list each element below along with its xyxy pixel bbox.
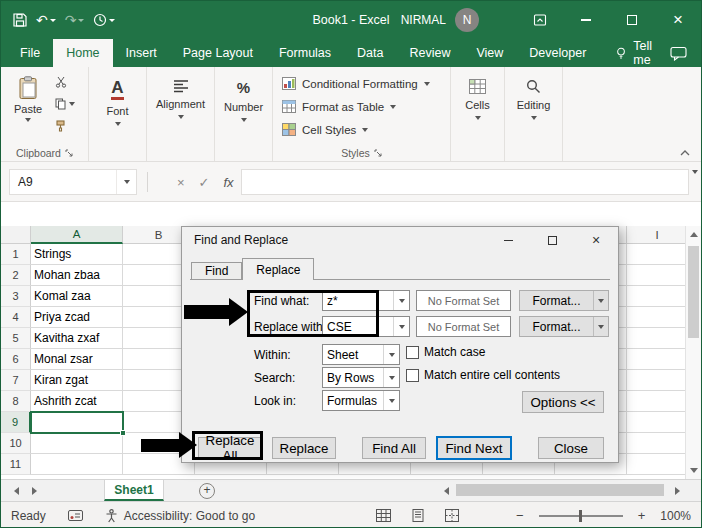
font-button[interactable]: A Font [89, 67, 146, 161]
hscroll-right-button[interactable] [669, 480, 685, 502]
match-entire-checkbox[interactable]: Match entire cell contents [406, 368, 560, 382]
column-header-a[interactable]: A [31, 226, 123, 244]
page-break-view-icon[interactable] [445, 509, 459, 522]
combo-dropdown-button[interactable] [383, 391, 399, 410]
tab-view[interactable]: View [463, 39, 516, 67]
sheet-nav-next-button[interactable] [25, 480, 43, 502]
tab-home[interactable]: Home [53, 39, 112, 67]
column-header-i[interactable]: I [627, 226, 687, 244]
copy-button[interactable] [55, 97, 75, 111]
cell-a6[interactable]: Monal zsar [31, 349, 123, 370]
cell-a8[interactable]: Ashrith zcat [31, 391, 123, 412]
undo-button[interactable]: ↶ [36, 13, 56, 27]
zoom-slider-thumb[interactable] [579, 510, 582, 522]
cell-a1[interactable]: Strings [31, 244, 123, 265]
collapse-ribbon-button[interactable] [679, 149, 691, 157]
tab-file[interactable]: File [7, 39, 53, 67]
history-button[interactable] [93, 13, 115, 27]
tab-review[interactable]: Review [396, 39, 463, 67]
normal-view-icon[interactable] [376, 509, 391, 522]
tab-page-layout[interactable]: Page Layout [170, 39, 266, 67]
name-box[interactable]: A9 [9, 169, 137, 195]
replace-button[interactable]: Replace [272, 437, 336, 459]
close-dialog-button[interactable]: Close [538, 437, 604, 459]
format-dropdown-button[interactable] [593, 317, 608, 336]
dialog-minimize-button[interactable] [486, 227, 530, 253]
cancel-entry-button[interactable]: × [177, 175, 185, 190]
find-all-button[interactable]: Find All [362, 437, 426, 459]
hscroll-left-button[interactable] [438, 480, 454, 502]
row-header[interactable]: 1 [1, 244, 31, 265]
scroll-up-button[interactable] [686, 226, 701, 243]
replace-format-button[interactable]: Format... [519, 316, 609, 337]
cell-a4[interactable]: Priya zcad [31, 307, 123, 328]
combo-dropdown-button[interactable] [383, 345, 399, 364]
cut-button[interactable] [55, 75, 67, 89]
zoom-out-button[interactable]: − [516, 508, 524, 523]
formula-bar-expand-button[interactable] [692, 174, 698, 192]
editing-button[interactable]: Editing [505, 67, 562, 161]
search-dropdown[interactable]: By Rows [322, 367, 400, 388]
horizontal-scroll-thumb[interactable] [456, 484, 664, 496]
name-box-dropdown[interactable] [116, 170, 136, 194]
tab-formulas[interactable]: Formulas [266, 39, 344, 67]
tab-find[interactable]: Find [191, 262, 242, 280]
vertical-scrollbar[interactable] [685, 226, 701, 479]
alignment-button[interactable]: Alignment [147, 67, 214, 161]
add-sheet-button[interactable]: + [199, 483, 215, 499]
tab-developer[interactable]: Developer [516, 39, 599, 67]
cell-a7[interactable]: Kiran zgat [31, 370, 123, 391]
tab-data[interactable]: Data [344, 39, 396, 67]
tab-replace[interactable]: Replace [242, 258, 314, 280]
match-case-checkbox[interactable]: Match case [406, 345, 485, 359]
select-all-corner[interactable] [1, 226, 31, 244]
format-as-table-button[interactable]: Format as Table [273, 95, 450, 118]
cell-a3[interactable]: Komal zaa [31, 286, 123, 307]
scroll-down-button[interactable] [686, 462, 701, 479]
row-header-selected[interactable]: 9 [1, 412, 31, 433]
comments-button[interactable] [670, 39, 687, 67]
options-button[interactable]: Options << [522, 391, 604, 413]
dialog-close-button[interactable]: × [574, 227, 618, 253]
look-in-dropdown[interactable]: Formulas [322, 390, 400, 411]
row-header[interactable]: 3 [1, 286, 31, 307]
close-button[interactable]: × [655, 1, 701, 39]
accessibility-status[interactable]: Accessibility: Good to go [105, 509, 255, 523]
sheet-tab-sheet1[interactable]: Sheet1 [104, 480, 164, 501]
save-icon[interactable] [13, 13, 27, 27]
insert-function-button[interactable]: fx [224, 175, 234, 190]
row-header[interactable]: 11 [1, 454, 31, 475]
dialog-launcher-icon[interactable] [374, 149, 382, 157]
combo-dropdown-button[interactable] [393, 291, 409, 310]
cell-a11[interactable] [31, 454, 123, 475]
zoom-slider[interactable] [539, 515, 623, 517]
page-layout-view-icon[interactable] [411, 509, 425, 522]
avatar[interactable]: N [455, 8, 479, 32]
row-header[interactable]: 5 [1, 328, 31, 349]
dialog-launcher-icon[interactable] [65, 149, 73, 157]
maximize-button[interactable] [609, 1, 655, 39]
confirm-entry-button[interactable]: ✓ [199, 175, 210, 190]
format-dropdown-button[interactable] [593, 291, 608, 310]
vertical-scroll-thumb[interactable] [688, 246, 699, 338]
fill-handle[interactable] [120, 430, 126, 436]
combo-dropdown-button[interactable] [393, 317, 409, 336]
tab-insert[interactable]: Insert [113, 39, 170, 67]
minimize-button[interactable] [563, 1, 609, 39]
find-format-button[interactable]: Format... [519, 290, 609, 311]
paste-button[interactable]: Paste [6, 72, 50, 144]
macro-record-button[interactable] [68, 510, 83, 521]
find-next-button[interactable]: Find Next [436, 436, 512, 460]
zoom-level[interactable]: 100% [660, 509, 691, 523]
row-header[interactable]: 10 [1, 433, 31, 454]
redo-button[interactable]: ↷ [65, 13, 85, 27]
zoom-in-button[interactable]: + [638, 508, 646, 523]
cell-a5[interactable]: Kavitha zxaf [31, 328, 123, 349]
combo-dropdown-button[interactable] [383, 368, 399, 387]
row-header[interactable]: 6 [1, 349, 31, 370]
sheet-nav-prev-button[interactable] [7, 480, 25, 502]
ribbon-display-options-button[interactable] [517, 1, 563, 39]
cell-styles-button[interactable]: Cell Styles [273, 118, 450, 141]
within-dropdown[interactable]: Sheet [322, 344, 400, 365]
cell-a10[interactable] [31, 433, 123, 454]
